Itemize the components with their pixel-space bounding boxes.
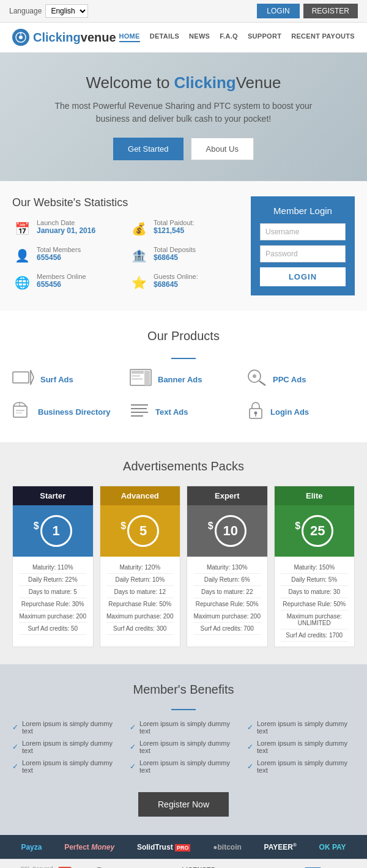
products-section: Our Products Surf Ads Ba	[0, 311, 367, 442]
pack-starter-header: Starter	[13, 486, 93, 505]
svg-line-12	[259, 381, 265, 385]
surf-ads-icon	[12, 369, 34, 390]
logo-icon	[12, 29, 29, 46]
get-started-button[interactable]: Get Started	[113, 138, 183, 160]
logo-text: Clickingvenue	[33, 31, 116, 45]
svg-rect-8	[132, 378, 143, 380]
benefit-item-8: ✓ Lorem ipsum is simply dummy text	[130, 759, 237, 774]
benefit-item-4: ✓ Lorem ipsum is simply dummy text	[12, 740, 120, 754]
surf-ads-label[interactable]: Surf Ads	[40, 375, 73, 384]
stat-guests-online: ⭐ Guests Online: $68645	[129, 273, 239, 292]
about-us-button[interactable]: About Us	[191, 138, 254, 160]
nav-support[interactable]: SUPPORT	[248, 32, 281, 42]
logo-clicking: Clicking	[33, 31, 81, 44]
pack-starter-details: Maturity: 110% Daily Return: 22% Days to…	[13, 557, 93, 640]
nav-recent-payouts[interactable]: RECENT PAYOUTS	[291, 32, 355, 42]
pack-expert-header: Expert	[187, 486, 267, 505]
product-banner-ads: Banner Ads	[130, 369, 237, 390]
benefits-section: Member's Benefits ✓ Lorem ipsum is simpl…	[0, 664, 367, 835]
nav-details[interactable]: DETAILS	[150, 32, 179, 42]
nav-news[interactable]: NEWS	[189, 32, 210, 42]
stats-grid: 📅 Launch Date January 01, 2016 💰 Total P…	[12, 219, 239, 292]
nav-faq[interactable]: F.A.Q	[220, 32, 238, 42]
stat-launch-date: 📅 Launch Date January 01, 2016	[12, 219, 122, 239]
pack-elite: Elite $25 Maturity: 150% Daily Return: 5…	[274, 486, 355, 647]
benefit-item-5: ✓ Lorem ipsum is simply dummy text	[130, 740, 237, 754]
pack-expert: Expert $10 Maturity: 130% Daily Return: …	[187, 486, 268, 647]
pack-expert-price: $10	[187, 505, 267, 557]
ppc-ads-label[interactable]: PPC Ads	[273, 375, 306, 384]
svg-rect-16	[16, 412, 22, 414]
stat-total-paidout: 💰 Total Paidout: $121,545	[129, 219, 239, 239]
payment-section: Payza Perfect Money SolidTrust PRO ●bitc…	[0, 835, 367, 859]
pack-advanced: Advanced $5 Maturity: 120% Daily Return:…	[100, 486, 181, 647]
banner-ads-label[interactable]: Banner Ads	[158, 375, 202, 384]
trust-geotrust: SSL Secured GeoTrust 🔒	[21, 866, 72, 868]
benefit-item-1: ✓ Lorem ipsum is simply dummy text	[12, 720, 120, 735]
payment-payeer: PAYEER®	[264, 842, 297, 851]
benefit-item-9: ✓ Lorem ipsum is simply dummy text	[247, 759, 355, 774]
username-input[interactable]	[260, 223, 346, 240]
stat-total-deposits: 🏦 Total Deposits $68645	[129, 246, 239, 265]
product-surf-ads: Surf Ads	[12, 369, 120, 390]
stat-members-online: 🌐 Members Online 655456	[12, 273, 122, 292]
svg-marker-4	[31, 370, 34, 385]
stat-deposits-label: Total Deposits	[154, 246, 196, 253]
product-business-directory: Business Directory	[12, 400, 120, 424]
logo-venue: venue	[81, 31, 116, 44]
nav-home[interactable]: HOME	[119, 32, 140, 42]
benefits-title: Member's Benefits	[12, 683, 355, 697]
ppc-ads-icon	[247, 369, 267, 390]
pack-expert-details: Maturity: 130% Daily Return: 6% Days to …	[187, 557, 267, 640]
top-buttons: LOGIN REGISTER	[257, 4, 358, 18]
hero-content: Welcome to ClickingVenue The most Powerf…	[49, 73, 318, 160]
globe-icon: 🌐	[12, 273, 32, 292]
svg-rect-6	[132, 371, 144, 374]
business-directory-label[interactable]: Business Directory	[38, 407, 111, 417]
login-form: LOGIN	[260, 223, 346, 286]
svg-point-22	[254, 412, 258, 415]
language-label: Language	[9, 7, 42, 15]
pack-starter-price: $1	[13, 505, 93, 557]
check-icon-1: ✓	[12, 723, 18, 732]
benefit-text-6: Lorem ipsum is simply dummy text	[257, 740, 355, 754]
login-box-title: Member Login	[260, 206, 346, 216]
language-select[interactable]: English	[45, 4, 88, 18]
hero-title-venue: Venue	[236, 73, 281, 92]
benefit-item-6: ✓ Lorem ipsum is simply dummy text	[247, 740, 355, 754]
hero-section: Welcome to ClickingVenue The most Powerf…	[0, 53, 367, 181]
svg-rect-7	[132, 375, 140, 377]
pack-elite-details: Maturity: 150% Daily Return: 5% Days to …	[275, 557, 355, 647]
bank-icon: 🏦	[129, 246, 149, 265]
payment-payza: Payza	[21, 843, 42, 851]
products-grid: Surf Ads Banner Ads	[12, 369, 355, 424]
svg-rect-3	[13, 372, 29, 383]
pack-starter: Starter $1 Maturity: 110% Daily Return: …	[12, 486, 94, 647]
banner-ads-icon	[130, 369, 152, 390]
stat-online-value: 655456	[37, 280, 86, 289]
text-ads-icon	[130, 401, 149, 423]
business-directory-icon	[12, 401, 32, 423]
text-ads-label[interactable]: Text Ads	[155, 407, 188, 417]
stat-total-members: 👤 Total Members 655456	[12, 246, 122, 265]
logo: Clickingvenue	[12, 29, 116, 46]
register-button[interactable]: REGISTER	[303, 4, 358, 18]
benefit-text-2: Lorem ipsum is simply dummy text	[139, 720, 237, 735]
products-title: Our Products	[12, 329, 355, 343]
check-icon-2: ✓	[130, 723, 136, 732]
adpacks-section: Advertisements Packs Starter $1 Maturity…	[0, 442, 367, 664]
svg-point-11	[253, 374, 256, 378]
language-section: Language English	[9, 4, 88, 18]
login-button[interactable]: LOGIN	[257, 4, 299, 18]
password-input[interactable]	[260, 245, 346, 262]
adpacks-title: Advertisements Packs	[12, 459, 355, 473]
benefit-item-7: ✓ Lorem ipsum is simply dummy text	[12, 759, 120, 774]
star-icon: ⭐	[129, 273, 149, 292]
login-form-button[interactable]: LOGIN	[260, 267, 346, 286]
register-now-button[interactable]: Register Now	[138, 792, 229, 817]
stat-paidout-value: $121,545	[154, 226, 195, 235]
benefit-text-3: Lorem ipsum is simply dummy text	[257, 720, 355, 735]
login-ads-label[interactable]: Login Ads	[270, 407, 309, 417]
stats-title: Our Website's Statistics	[12, 196, 239, 209]
benefit-item-2: ✓ Lorem ipsum is simply dummy text	[130, 720, 237, 735]
